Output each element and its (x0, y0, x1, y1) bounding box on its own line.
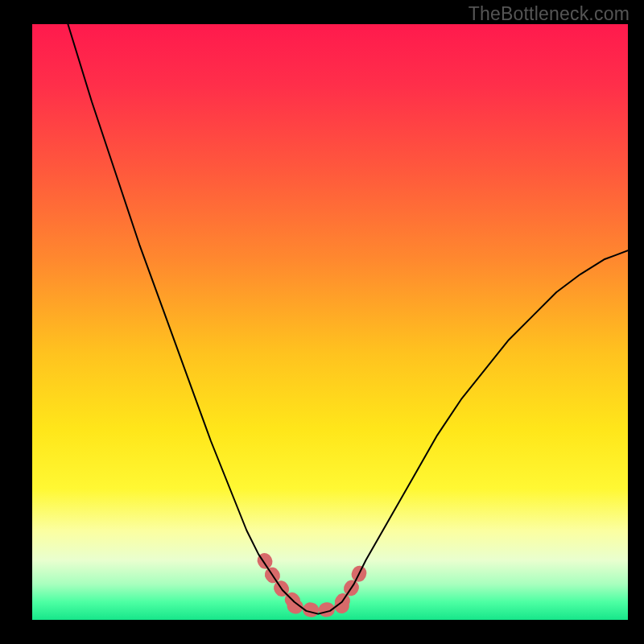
bottleneck-curve (68, 24, 628, 614)
chart-frame: TheBottleneck.com (0, 0, 644, 644)
curve-layer (32, 24, 628, 620)
curve-group (68, 24, 628, 614)
plot-area (32, 24, 628, 620)
watermark-text: TheBottleneck.com (469, 3, 630, 25)
